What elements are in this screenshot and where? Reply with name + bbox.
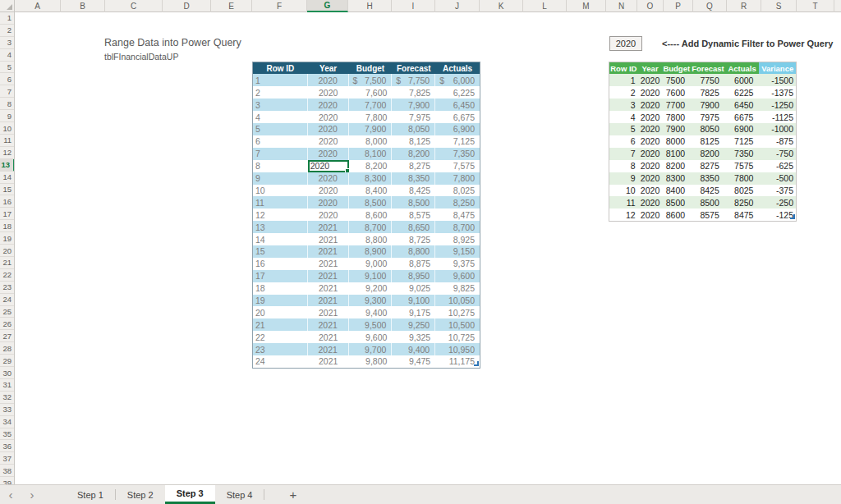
cell[interactable]: 2020	[308, 86, 349, 99]
cell[interactable]: 2	[609, 86, 638, 99]
row-header-25[interactable]: 25	[0, 306, 15, 318]
cell[interactable]: -1250	[759, 99, 796, 111]
cell[interactable]: 10,500	[435, 318, 480, 331]
cell[interactable]: 7350	[725, 148, 760, 160]
cell[interactable]: 8,050	[392, 123, 435, 135]
column-header-D[interactable]: D	[163, 0, 211, 12]
cell[interactable]: 8600	[662, 208, 691, 221]
cell[interactable]: 7975	[691, 111, 725, 123]
cell[interactable]: 2021	[308, 245, 349, 258]
cell[interactable]: 2020	[638, 86, 663, 99]
result-header-forecast[interactable]: Forecast	[691, 62, 725, 75]
cell[interactable]: 9,600	[435, 270, 480, 282]
cell[interactable]: 8,900	[349, 245, 393, 258]
row-header-4[interactable]: 4	[0, 49, 15, 62]
row-header-33[interactable]: 33	[0, 404, 15, 416]
cell[interactable]: 7,125	[435, 135, 480, 148]
cell[interactable]: 17	[253, 270, 308, 282]
row-header-21[interactable]: 21	[0, 257, 15, 269]
row-header-10[interactable]: 10	[0, 122, 15, 135]
cell[interactable]: 7700	[662, 99, 691, 111]
cell[interactable]: 8,100	[349, 148, 393, 160]
column-header-J[interactable]: J	[435, 0, 480, 12]
cell[interactable]: 7,575	[435, 160, 480, 172]
cell[interactable]: 2020	[638, 160, 663, 172]
cell[interactable]: 6225	[725, 86, 760, 99]
cell[interactable]: 7,700	[349, 99, 393, 111]
cell[interactable]: 8,250	[435, 196, 480, 208]
cell[interactable]: 2020	[308, 135, 349, 148]
cell[interactable]: 8,025	[435, 185, 480, 197]
column-header-R[interactable]: R	[727, 0, 761, 12]
cell[interactable]: 8100	[662, 148, 691, 160]
column-header-O[interactable]: O	[637, 0, 664, 12]
cell[interactable]: 2020	[638, 123, 663, 135]
cell[interactable]: 9	[609, 172, 638, 185]
cell[interactable]: 2020	[638, 135, 663, 148]
cell[interactable]: 9,700	[349, 343, 393, 355]
main-table-resize-handle[interactable]	[474, 361, 479, 366]
cell[interactable]: $6,000	[435, 74, 480, 86]
main-header-actuals[interactable]: Actuals	[435, 62, 480, 75]
cell[interactable]: 6000	[725, 74, 760, 86]
result-header-row-id[interactable]: Row ID	[609, 62, 638, 75]
cell[interactable]: 8475	[725, 208, 760, 221]
cell[interactable]: 8350	[691, 172, 725, 185]
cell[interactable]: 8200	[662, 160, 691, 172]
cell[interactable]: $7,500	[349, 74, 393, 86]
cell[interactable]: 8200	[691, 148, 725, 160]
row-header-2[interactable]: 2	[0, 25, 15, 37]
cell[interactable]: 2020	[308, 148, 349, 160]
row-header-34[interactable]: 34	[0, 416, 15, 428]
cell[interactable]: -1375	[759, 86, 796, 99]
cell[interactable]: 9,800	[349, 355, 393, 368]
cell[interactable]: -500	[759, 172, 796, 185]
cell[interactable]: 8,800	[349, 233, 393, 245]
cell[interactable]: 7,350	[435, 148, 480, 160]
cell[interactable]: 2021	[308, 258, 349, 270]
cell[interactable]: 5	[609, 123, 638, 135]
cell[interactable]: 10,050	[435, 295, 480, 307]
cell[interactable]: 2021	[308, 318, 349, 331]
cell[interactable]: 8000	[662, 135, 691, 148]
add-sheet-button[interactable]: +	[283, 485, 303, 504]
cell[interactable]: 9,250	[392, 318, 435, 331]
cell[interactable]: 8,475	[435, 208, 480, 221]
cell[interactable]: 2020	[638, 74, 663, 86]
cell[interactable]: 24	[253, 355, 308, 368]
cell[interactable]: 8,600	[349, 208, 393, 221]
cell[interactable]: 2021	[308, 355, 349, 368]
result-table-resize-handle[interactable]	[790, 214, 795, 219]
cell[interactable]: 6	[609, 135, 638, 148]
cell[interactable]: 2020	[308, 196, 349, 208]
cell[interactable]: 7750	[691, 74, 725, 86]
cell[interactable]: 6,225	[435, 86, 480, 99]
row-header-15[interactable]: 15	[0, 184, 15, 196]
cell[interactable]: 2020	[638, 172, 663, 185]
row-header-39[interactable]: 39	[0, 477, 15, 484]
cell[interactable]: 8	[253, 160, 308, 172]
row-header-8[interactable]: 8	[0, 98, 15, 110]
cell[interactable]: 9,375	[435, 258, 480, 270]
cell[interactable]: 8,500	[349, 196, 393, 208]
cell[interactable]: 2020	[308, 123, 349, 135]
row-header-9[interactable]: 9	[0, 110, 15, 122]
column-header-A[interactable]: A	[15, 0, 61, 12]
cell[interactable]: -375	[759, 185, 796, 197]
cell[interactable]: 9,600	[349, 331, 393, 343]
cell[interactable]: 10	[609, 185, 638, 197]
row-header-27[interactable]: 27	[0, 330, 15, 342]
cell[interactable]: 2021	[308, 233, 349, 245]
cell[interactable]: 18	[253, 282, 308, 295]
cell[interactable]: 8,700	[435, 221, 480, 233]
cell[interactable]: 2020	[308, 172, 349, 185]
cell[interactable]: 11,175	[435, 355, 480, 368]
cell[interactable]: -875	[759, 135, 796, 148]
cell[interactable]: 7,600	[349, 86, 393, 99]
cell[interactable]: 8,125	[392, 135, 435, 148]
cell[interactable]: 7900	[662, 123, 691, 135]
cell[interactable]: 3	[609, 99, 638, 111]
cell[interactable]: 4	[609, 111, 638, 123]
cell[interactable]: 7,800	[435, 172, 480, 185]
cell[interactable]: 6900	[725, 123, 760, 135]
